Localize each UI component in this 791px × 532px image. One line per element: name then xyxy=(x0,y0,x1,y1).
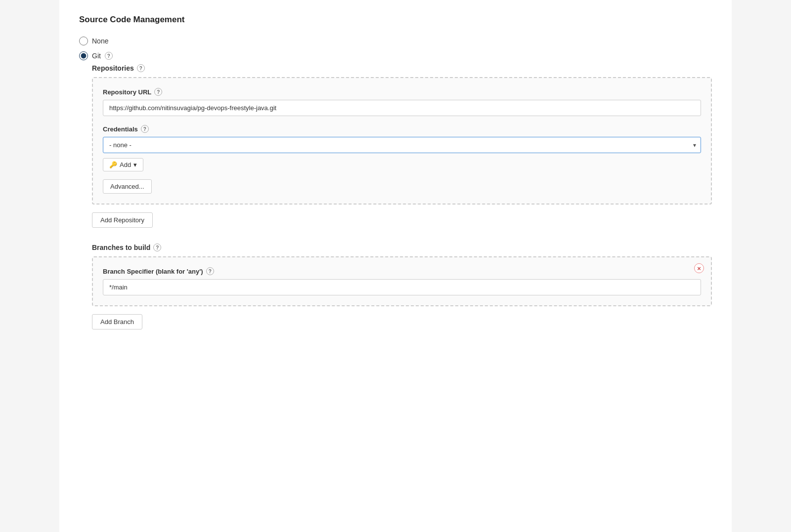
branches-help-icon[interactable]: ? xyxy=(153,244,161,251)
remove-branch-button[interactable]: × xyxy=(694,263,704,273)
repository-dashed-box: Repository URL ? Credentials ? - none - … xyxy=(92,77,712,205)
branch-specifier-input[interactable] xyxy=(103,279,701,295)
add-branch-label: Add Branch xyxy=(100,318,134,326)
add-branch-button[interactable]: Add Branch xyxy=(92,314,142,329)
branch-specifier-help-icon[interactable]: ? xyxy=(206,267,214,275)
none-radio-item: None xyxy=(79,37,712,45)
page-title: Source Code Management xyxy=(79,15,712,25)
none-label[interactable]: None xyxy=(92,37,108,45)
branches-label: Branches to build xyxy=(92,244,150,251)
credentials-select[interactable]: - none - xyxy=(103,137,701,153)
credentials-select-wrapper: - none - ▾ xyxy=(103,137,701,153)
branch-dashed-box: × Branch Specifier (blank for 'any') ? xyxy=(92,256,712,306)
advanced-button[interactable]: Advanced... xyxy=(103,179,152,194)
git-radio-item: Git ? xyxy=(79,51,712,60)
repositories-label-row: Repositories ? xyxy=(92,64,712,72)
credentials-label: Credentials xyxy=(103,125,138,133)
branches-label-row: Branches to build ? xyxy=(92,244,712,251)
credentials-help-icon[interactable]: ? xyxy=(141,125,149,133)
repositories-help-icon[interactable]: ? xyxy=(137,64,145,72)
branch-specifier-label-row: Branch Specifier (blank for 'any') ? xyxy=(103,267,701,275)
git-label[interactable]: Git xyxy=(92,52,101,60)
add-repository-button[interactable]: Add Repository xyxy=(92,212,153,228)
repo-url-label-row: Repository URL ? xyxy=(103,88,701,96)
close-icon: × xyxy=(697,265,701,272)
repositories-label: Repositories xyxy=(92,64,134,72)
add-credentials-button[interactable]: 🔑 Add ▾ xyxy=(103,158,143,171)
key-icon: 🔑 xyxy=(109,161,117,168)
credentials-label-row: Credentials ? xyxy=(103,125,701,133)
branch-specifier-label: Branch Specifier (blank for 'any') xyxy=(103,268,203,275)
none-radio[interactable] xyxy=(79,37,88,45)
repo-url-label: Repository URL xyxy=(103,88,151,96)
git-radio[interactable] xyxy=(79,51,88,60)
git-help-icon[interactable]: ? xyxy=(105,52,113,60)
add-button-label: Add xyxy=(120,161,131,168)
add-repository-label: Add Repository xyxy=(100,216,144,224)
advanced-button-label: Advanced... xyxy=(110,183,144,190)
repo-url-input[interactable] xyxy=(103,100,701,116)
credentials-section: Credentials ? - none - ▾ 🔑 Add ▾ xyxy=(103,125,701,171)
repo-url-help-icon[interactable]: ? xyxy=(154,88,162,96)
page-container: Source Code Management None Git ? Reposi… xyxy=(59,0,732,532)
git-section: Repositories ? Repository URL ? Credenti… xyxy=(92,64,712,329)
branches-section: Branches to build ? × Branch Specifier (… xyxy=(92,244,712,329)
add-dropdown-chevron-icon: ▾ xyxy=(133,161,137,168)
